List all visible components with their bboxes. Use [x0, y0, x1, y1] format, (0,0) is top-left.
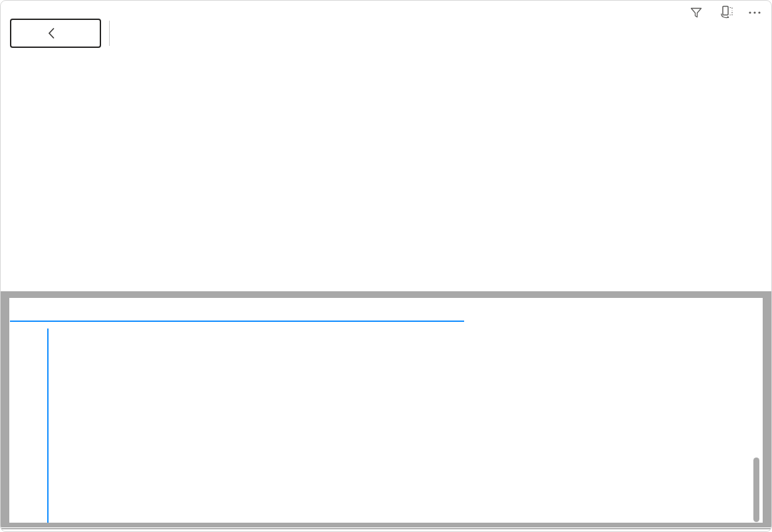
exit-focus-mode-button[interactable] [717, 4, 734, 21]
filter-icon [690, 6, 703, 19]
back-to-report-button[interactable] [10, 19, 101, 48]
forecast-chart [1, 1, 772, 291]
more-options-button[interactable] [746, 4, 763, 21]
table-header-row [10, 298, 464, 322]
table-scrollbar-thumb[interactable] [753, 458, 759, 522]
focus-mode-window [0, 0, 772, 532]
exit-focus-mode-icon [717, 5, 734, 21]
data-table-panel [1, 291, 772, 527]
data-table [9, 298, 763, 523]
top-icon-bar [688, 4, 763, 21]
day-column-divider [47, 329, 49, 523]
filter-button[interactable] [688, 4, 705, 21]
chevron-left-icon [48, 27, 55, 39]
more-options-icon [748, 6, 761, 19]
bottom-border-line [1, 528, 772, 529]
